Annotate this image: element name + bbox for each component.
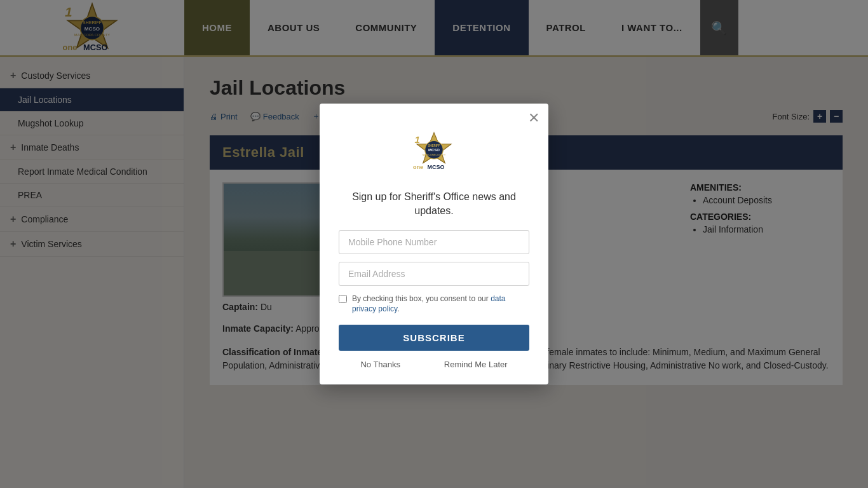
modal-close-button[interactable]: ✕ — [528, 111, 539, 125]
svg-text:1: 1 — [415, 133, 420, 144]
remind-me-link[interactable]: Remind Me Later — [444, 360, 508, 369]
svg-text:MCSO: MCSO — [428, 164, 445, 170]
modal-logo: SHERIFF MCSO MARICOPA COUNTY 1 one MCSO — [339, 123, 529, 180]
no-thanks-link[interactable]: No Thanks — [360, 360, 400, 369]
modal-overlay[interactable]: ✕ SHERIFF MCSO MARICOPA COUNTY 1 one MCS… — [0, 0, 868, 488]
subscribe-modal: ✕ SHERIFF MCSO MARICOPA COUNTY 1 one MCS… — [320, 104, 548, 384]
consent-text: By checking this box, you consent to our… — [352, 294, 529, 315]
consent-checkbox[interactable] — [339, 295, 347, 303]
email-input[interactable] — [339, 262, 529, 286]
modal-logo-badge: SHERIFF MCSO MARICOPA COUNTY 1 one MCSO — [405, 123, 463, 180]
consent-checkbox-group: By checking this box, you consent to our… — [339, 294, 529, 315]
subscribe-button[interactable]: SUBSCRIBE — [339, 325, 529, 351]
svg-text:SHERIFF: SHERIFF — [428, 144, 440, 147]
svg-text:MCSO: MCSO — [428, 148, 440, 152]
phone-input[interactable] — [339, 230, 529, 254]
svg-text:one: one — [413, 164, 423, 170]
modal-footer: No Thanks Remind Me Later — [339, 360, 529, 369]
svg-text:MARICOPA COUNTY: MARICOPA COUNTY — [423, 154, 446, 156]
modal-title: Sign up for Sheriff's Office news and up… — [339, 190, 529, 219]
